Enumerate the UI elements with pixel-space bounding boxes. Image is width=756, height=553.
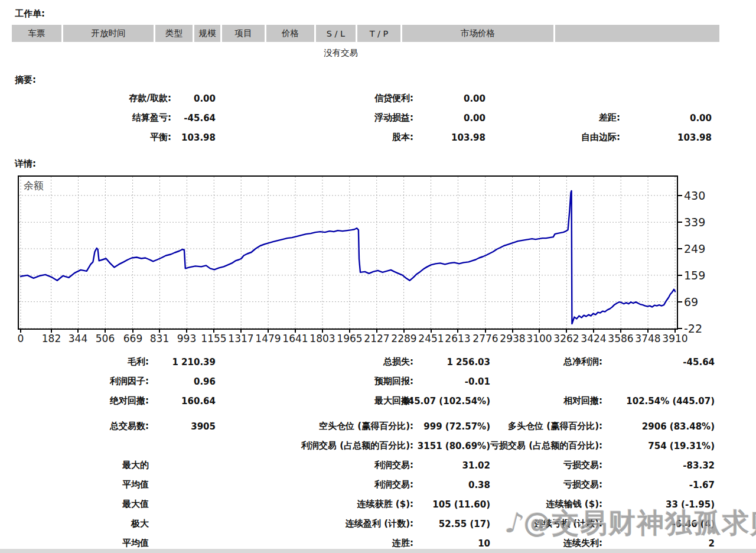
stat-label: 利润交易:: [216, 456, 413, 475]
stat-value: [149, 514, 216, 534]
y-tick-mark: [678, 248, 682, 249]
x-tick-label: 1641: [272, 333, 319, 344]
stat-value: -45.64: [602, 352, 715, 372]
stat-label: 连续盈利 (计数):: [216, 514, 413, 534]
x-tick-label: 1317: [217, 333, 265, 344]
y-tick-mark: [678, 301, 682, 302]
stat-label: 利润因子:: [12, 372, 149, 391]
stat-label: 最大的: [12, 456, 149, 475]
stat-label: 相对回撤:: [490, 391, 602, 411]
stat-value: 1 210.39: [149, 352, 216, 372]
stat-value: 0.96: [149, 372, 216, 391]
balance-line-plot: [19, 177, 677, 328]
summary-row: 存款/取款:0.00信贷便利:0.00: [12, 89, 712, 108]
summary-value: 0.00: [620, 108, 712, 128]
x-tick-label: 1155: [190, 333, 237, 344]
summary-grid: 存款/取款:0.00信贷便利:0.00结算盈亏:-45.64浮动损益:0.00差…: [12, 89, 712, 147]
stat-label: 最大值: [12, 495, 149, 514]
y-tick-label: 430: [684, 189, 705, 202]
orders-column-header-7: T / P: [357, 25, 400, 42]
music-note-icon: ♪: [503, 506, 522, 538]
stat-label: 亏损交易 (占总额的百分比):: [490, 436, 602, 456]
x-tick-label: 2776: [462, 333, 509, 344]
stat-label: 连续获胜 ($):: [216, 495, 413, 514]
stat-label: 利润交易 (占总额的百分比):: [216, 436, 413, 456]
stat-label: 总净利润:: [490, 352, 602, 372]
x-tick-label: 506: [82, 333, 129, 344]
stat-label: 预期回报:: [216, 372, 413, 391]
x-tick-label: 2613: [434, 333, 481, 344]
summary-row: 结算盈亏:-45.64浮动损益:0.00差距:0.00: [12, 108, 712, 128]
orders-column-header-8: 市场价格: [402, 25, 553, 42]
stat-value: 3905: [149, 417, 216, 436]
orders-column-header-3: 规模: [194, 25, 220, 42]
orders-column-header-6: S / L: [316, 25, 356, 42]
y-tick-label: 249: [684, 242, 705, 255]
stat-value: [149, 475, 216, 495]
stat-row: 最大的利润交易:31.02亏损交易:-83.32: [12, 456, 715, 475]
stat-value: [149, 495, 216, 514]
stat-value: 2906 (83.48%): [602, 417, 715, 436]
x-tick-label: 993: [163, 333, 210, 344]
x-tick-label: 3424: [570, 333, 617, 344]
orders-column-header-4: 项目: [222, 25, 265, 42]
summary-value: 103.98: [413, 128, 485, 147]
orders-column-header-0: 车票: [12, 25, 61, 42]
stat-value: 999 (72.57%): [413, 417, 490, 436]
chart-series-label: 余额: [24, 179, 44, 193]
stat-label: 亏损交易:: [490, 456, 602, 475]
stat-row: 毛利:1 210.39总损失:1 256.03总净利润:-45.64: [12, 352, 715, 372]
stat-row: 绝对回撤:160.64最大回撤:445.07 (102.54%)相对回撤:102…: [12, 391, 715, 411]
summary-label: 平衡:: [12, 128, 171, 147]
summary-section-title: 摘要:: [15, 74, 36, 86]
summary-label: 结算盈亏:: [12, 108, 171, 128]
watermark-text: @交易财神独孤求败: [523, 506, 756, 538]
stat-label: [490, 372, 602, 391]
y-tick-mark: [678, 275, 682, 276]
stat-label: [12, 436, 149, 456]
stat-value: -83.32: [602, 456, 715, 475]
stat-label: 绝对回撤:: [12, 391, 149, 411]
summary-value: 103.98: [620, 128, 712, 147]
summary-label: 自由边际:: [485, 128, 620, 147]
summary-label: 存款/取款:: [12, 89, 171, 108]
stat-value: 105 (11.60): [413, 495, 490, 514]
x-tick-label: 669: [109, 333, 157, 344]
y-tick-label: -22: [684, 322, 702, 335]
summary-value: 0.00: [413, 89, 485, 108]
summary-value: -45.64: [171, 108, 216, 128]
stat-value: 1 256.03: [413, 352, 490, 372]
balance-line: [21, 191, 675, 324]
x-tick-label: 3748: [624, 333, 672, 344]
x-tick-label: 182: [28, 333, 75, 344]
x-tick-label: 3262: [543, 333, 590, 344]
x-tick-label: 2938: [489, 333, 536, 344]
summary-value: [620, 89, 712, 108]
stat-label: 平均值: [12, 475, 149, 495]
stat-row: 总交易数:3905空头仓位 (赢得百分比):999 (72.57%)多头仓位 (…: [12, 417, 715, 436]
stat-value: 445.07 (102.54%): [413, 391, 490, 411]
summary-label: 股本:: [216, 128, 413, 147]
summary-value: 103.98: [171, 128, 216, 147]
orders-column-header-2: 类型: [155, 25, 193, 42]
x-tick-label: 1965: [326, 333, 373, 344]
stat-row: 利润交易 (占总额的百分比):3151 (80.69%)亏损交易 (占总额的百分…: [12, 436, 715, 456]
bottom-divider-bar: [0, 549, 756, 553]
stat-label: 多头仓位 (赢得百分比):: [490, 417, 602, 436]
stat-value: [149, 456, 216, 475]
summary-label: 浮动损益:: [216, 108, 413, 128]
trading-report-page: 工作单: 车票开放时间类型规模项目价格S / LT / P市场价格 没有交易 摘…: [0, 0, 756, 553]
y-tick-mark: [678, 195, 682, 196]
details-section-title: 详情:: [15, 158, 36, 170]
stat-value: 102.54% (445.07): [602, 391, 715, 411]
orders-column-header-1: 开放时间: [63, 25, 154, 42]
stat-label: 亏损交易:: [490, 475, 602, 495]
watermark: ♪@交易财神独孤求败: [503, 505, 756, 541]
stat-value: 52.55 (17): [413, 514, 490, 534]
summary-value: 0.00: [171, 89, 216, 108]
x-tick-label: 2127: [353, 333, 400, 344]
stat-value: [149, 436, 216, 456]
stat-value: 754 (19.31%): [602, 436, 715, 456]
balance-chart: 余额: [18, 175, 678, 330]
x-tick-label: 1479: [245, 333, 292, 344]
